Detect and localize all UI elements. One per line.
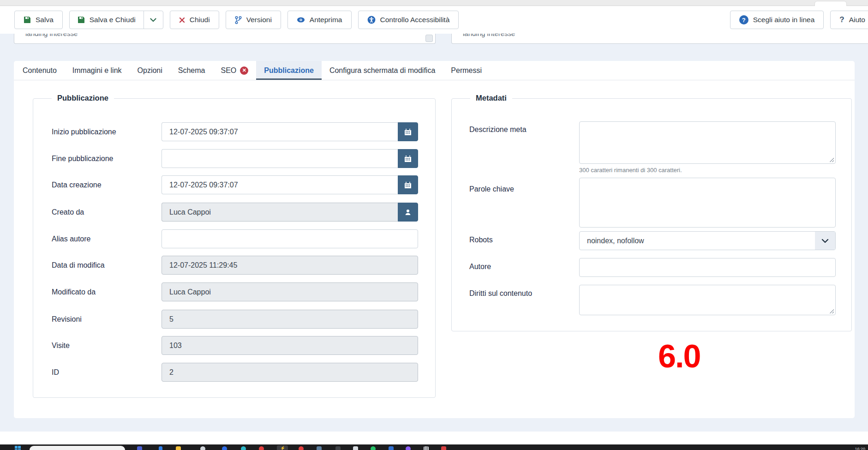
calendar-button[interactable] (398, 122, 418, 141)
publication-fieldset: Pubblicazione Inizio pubblicazione 12-07… (33, 98, 436, 398)
taskbar-app-icon[interactable] (176, 446, 181, 450)
save-icon (24, 16, 31, 24)
taskbar-app-icon[interactable] (441, 446, 446, 450)
select-user-button[interactable] (398, 203, 418, 222)
title-side-button[interactable] (425, 35, 433, 42)
taskbar-app-icon[interactable] (353, 446, 358, 450)
created-date-input[interactable]: 12-07-2025 09:37:07 (162, 175, 398, 194)
hits-input: 103 (162, 336, 418, 355)
calendar-icon (404, 128, 412, 136)
chevron-down-icon (150, 18, 156, 22)
field-label: Revisioni (52, 315, 82, 324)
edit-form-card: Contenuto Immagini e link Opzioni Schema… (14, 61, 855, 418)
save-options-dropdown-button[interactable] (144, 11, 163, 29)
taskbar-active-app-icon[interactable]: ⚡ (280, 446, 285, 450)
taskbar-app-icon[interactable] (222, 446, 227, 450)
field-label: Alias autore (52, 235, 91, 243)
calendar-button[interactable] (398, 149, 418, 168)
field-row: Visite 103 (33, 336, 435, 355)
tab-permessi[interactable]: Permessi (443, 61, 490, 80)
close-button[interactable]: Chiudi (170, 11, 219, 29)
field-label: Autore (469, 263, 491, 271)
tab-configura-schermata[interactable]: Configura schermata di modifica (322, 61, 443, 80)
metadata-fieldset: Metadati Descrizione meta 300 caratteri … (451, 98, 852, 331)
resize-handle-icon[interactable] (829, 308, 834, 313)
tab-seo[interactable]: SEO ✕ (213, 61, 257, 80)
chevron-down-icon (815, 232, 835, 250)
resize-handle-icon[interactable] (829, 157, 834, 162)
taskbar-app-icon[interactable] (406, 446, 411, 450)
preview-button[interactable]: Anteprima (287, 11, 352, 29)
help-label: Aiuto (849, 16, 865, 24)
taskbar-app-icon[interactable] (335, 446, 341, 450)
meta-author-input[interactable] (579, 258, 836, 277)
close-label: Chiudi (190, 16, 210, 24)
windows-start-icon[interactable] (15, 446, 21, 450)
article-title-value: landing interesse (463, 34, 868, 37)
preview-label: Anteprima (310, 16, 342, 24)
browser-top-strip (0, 0, 868, 6)
tab-opzioni[interactable]: Opzioni (130, 61, 170, 80)
tab-immagini-e-link[interactable]: Immagini e link (65, 61, 130, 80)
keywords-textarea[interactable] (579, 178, 836, 228)
calendar-icon (404, 181, 412, 189)
taskbar-app-icon[interactable] (241, 446, 246, 450)
field-row: Data di modifica 12-07-2025 11:29:45 (33, 256, 435, 275)
modified-date-input: 12-07-2025 11:29:45 (162, 256, 418, 275)
tab-schema[interactable]: Schema (170, 61, 213, 80)
taskbar-app-icon[interactable] (259, 446, 264, 450)
close-x-icon (179, 17, 185, 23)
meta-description-textarea[interactable] (579, 121, 836, 164)
help-button[interactable]: ? Aiuto (830, 11, 868, 29)
field-label: Parole chiave (469, 185, 514, 193)
choose-online-help-button[interactable]: ? Scegli aiuto in linea (730, 11, 824, 29)
taskbar-clock: 16:20 (855, 447, 865, 450)
meta-description-helper: 300 caratteri rimanenti di 300 caratteri… (579, 167, 682, 174)
robots-select[interactable]: noindex, nofollow (579, 231, 836, 250)
taskbar-app-icon[interactable] (299, 446, 304, 450)
seo-error-badge-icon: ✕ (240, 66, 248, 75)
content-rights-textarea[interactable] (579, 285, 836, 315)
publish-start-input[interactable]: 12-07-2025 09:37:07 (162, 122, 398, 141)
article-title-value: landing interesse (25, 34, 435, 37)
tab-pubblicazione[interactable]: Pubblicazione (256, 61, 322, 80)
field-label: Modificato da (52, 288, 96, 296)
article-title-input[interactable]: landing interesse (14, 34, 436, 44)
accessibility-check-label: Controllo Accessibilità (380, 16, 450, 24)
preview-eye-icon (297, 17, 305, 23)
windows-taskbar: ⚡ 16:20 (0, 444, 868, 450)
field-label: Robots (469, 236, 493, 244)
accessibility-check-button[interactable]: Controllo Accessibilità (358, 11, 459, 29)
versions-button[interactable]: Versioni (226, 11, 281, 29)
taskbar-search-input[interactable] (30, 446, 125, 450)
content-area: landing interesse landing interesse Cont… (0, 34, 868, 432)
tab-contenuto[interactable]: Contenuto (15, 61, 65, 80)
field-label: Data di modifica (52, 261, 105, 270)
article-title-input-secondary[interactable]: landing interesse (451, 34, 868, 44)
field-label: Inizio pubblicazione (52, 128, 116, 136)
taskbar-app-icon[interactable] (371, 446, 376, 450)
publish-end-input[interactable] (162, 149, 398, 168)
id-input: 2 (162, 363, 418, 382)
field-label: Diritti sul contenuto (469, 289, 532, 298)
field-row: Data creazione 12-07-2025 09:37:07 (33, 175, 435, 194)
taskbar-keyboard-icon[interactable] (424, 446, 429, 450)
user-icon (404, 209, 412, 216)
taskbar-app-icon[interactable] (389, 446, 394, 450)
taskbar-app-icon[interactable] (137, 446, 142, 450)
taskbar-app-icon[interactable] (159, 446, 162, 450)
author-alias-input[interactable] (162, 229, 418, 248)
taskbar-app-icon[interactable] (200, 446, 205, 450)
versions-branch-icon (235, 16, 242, 24)
field-row: Fine pubblicazione (33, 149, 435, 168)
save-button[interactable]: Salva (14, 11, 63, 29)
publication-legend: Pubblicazione (52, 94, 114, 102)
save-close-button[interactable]: Salva e Chiudi (70, 11, 144, 29)
calendar-button[interactable] (398, 175, 418, 194)
field-row: Creato da Luca Cappoi (33, 203, 435, 222)
taskbar-app-icon[interactable] (317, 446, 322, 450)
question-mark-icon: ? (839, 15, 844, 24)
field-label: Creato da (52, 208, 84, 216)
field-label: Visite (52, 342, 70, 350)
field-row: Modificato da Luca Cappoi (33, 282, 435, 301)
